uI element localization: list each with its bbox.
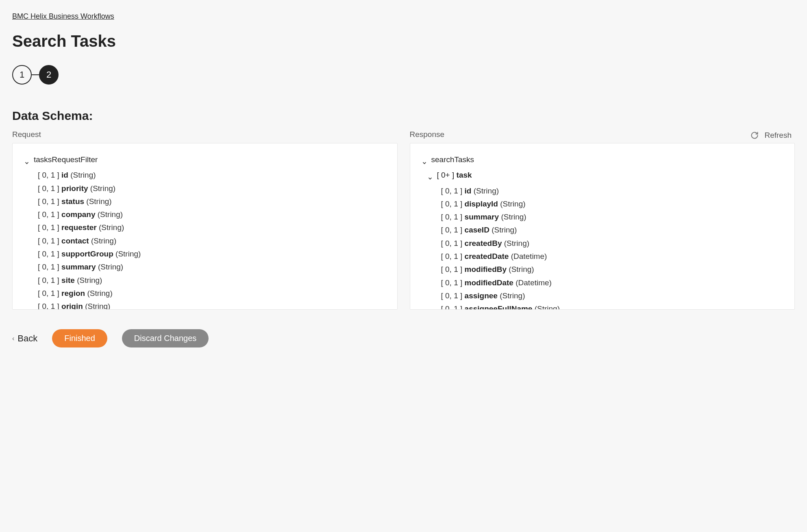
schema-field[interactable]: [ 0, 1 ] status (String) bbox=[38, 195, 386, 208]
step-2[interactable]: 2 bbox=[39, 65, 59, 85]
schema-field[interactable]: [ 0, 1 ] contact (String) bbox=[38, 235, 386, 248]
schema-field[interactable]: [ 0, 1 ] priority (String) bbox=[38, 182, 386, 195]
schema-field[interactable]: [ 0, 1 ] origin (String) bbox=[38, 300, 386, 310]
schema-field[interactable]: [ 0, 1 ] createdBy (String) bbox=[441, 237, 783, 250]
schema-field[interactable]: [ 0, 1 ] id (String) bbox=[441, 185, 783, 198]
stepper: 1 2 bbox=[12, 65, 795, 85]
schema-field[interactable]: [ 0, 1 ] modifiedDate (Datetime) bbox=[441, 276, 783, 289]
schema-field[interactable]: [ 0, 1 ] modifiedBy (String) bbox=[441, 263, 783, 276]
page-title: Search Tasks bbox=[12, 32, 795, 50]
chevron-left-icon: ‹ bbox=[12, 335, 14, 342]
response-root-node[interactable]: searchTasks bbox=[422, 153, 783, 166]
schema-field[interactable]: [ 0, 1 ] displayId (String) bbox=[441, 198, 783, 211]
request-title: Request bbox=[12, 130, 398, 139]
schema-field[interactable]: [ 0, 1 ] site (String) bbox=[38, 274, 386, 287]
back-button[interactable]: ‹ Back bbox=[12, 333, 37, 344]
schema-field[interactable]: [ 0, 1 ] createdDate (Datetime) bbox=[441, 250, 783, 263]
request-panel: tasksRequestFilter [ 0, 1 ] id (String)[… bbox=[12, 143, 398, 310]
schema-field[interactable]: [ 0, 1 ] company (String) bbox=[38, 208, 386, 221]
section-title: Data Schema: bbox=[12, 109, 795, 123]
schema-field[interactable]: [ 0, 1 ] assigneeFullName (String) bbox=[441, 302, 783, 310]
step-connector bbox=[32, 74, 39, 75]
response-root-label: searchTasks bbox=[431, 153, 474, 166]
step-1[interactable]: 1 bbox=[12, 65, 32, 85]
request-root-node[interactable]: tasksRequestFilter bbox=[24, 153, 386, 166]
response-panel: searchTasks [ 0+ ] task [ 0, 1 ] id (Str… bbox=[410, 143, 795, 310]
discard-button[interactable]: Discard Changes bbox=[122, 329, 209, 347]
response-title: Response bbox=[410, 130, 795, 139]
schema-field[interactable]: [ 0, 1 ] supportGroup (String) bbox=[38, 248, 386, 261]
schema-field[interactable]: [ 0, 1 ] caseID (String) bbox=[441, 224, 783, 237]
response-sub-node[interactable]: [ 0+ ] task bbox=[427, 169, 783, 182]
schema-field[interactable]: [ 0, 1 ] assignee (String) bbox=[441, 289, 783, 302]
finished-button[interactable]: Finished bbox=[52, 329, 107, 347]
schema-field[interactable]: [ 0, 1 ] requester (String) bbox=[38, 221, 386, 234]
response-sub-label: [ 0+ ] task bbox=[437, 169, 472, 182]
schema-field[interactable]: [ 0, 1 ] summary (String) bbox=[441, 211, 783, 224]
chevron-down-icon bbox=[422, 157, 427, 163]
request-column: Request tasksRequestFilter [ 0, 1 ] id (… bbox=[12, 141, 398, 310]
footer: ‹ Back Finished Discard Changes bbox=[12, 329, 795, 347]
schema-field[interactable]: [ 0, 1 ] summary (String) bbox=[38, 261, 386, 274]
chevron-down-icon bbox=[427, 172, 433, 178]
request-root-label: tasksRequestFilter bbox=[34, 153, 98, 166]
schema-field[interactable]: [ 0, 1 ] region (String) bbox=[38, 287, 386, 300]
schema-field[interactable]: [ 0, 1 ] id (String) bbox=[38, 169, 386, 182]
chevron-down-icon bbox=[24, 157, 30, 163]
response-column: Response searchTasks [ 0+ ] task bbox=[410, 141, 795, 310]
back-label: Back bbox=[17, 333, 37, 344]
breadcrumb[interactable]: BMC Helix Business Workflows bbox=[12, 12, 114, 20]
